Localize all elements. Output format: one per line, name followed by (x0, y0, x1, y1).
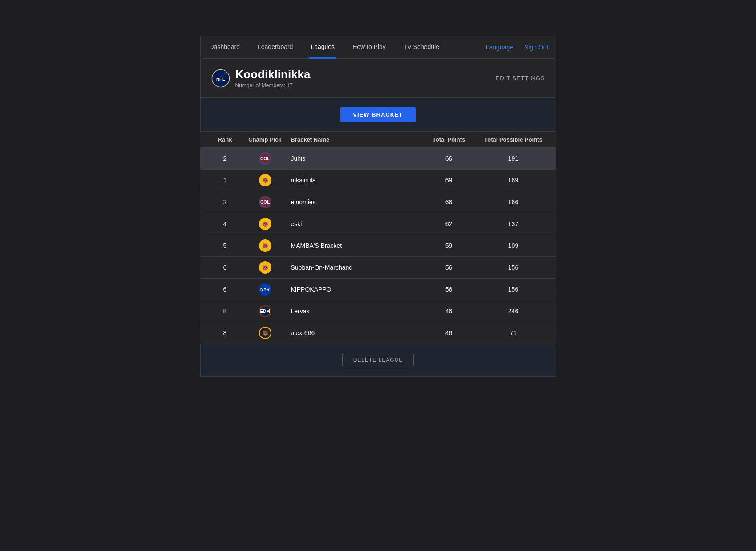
cell-total-possible: 137 (478, 220, 549, 227)
cell-champ-pick: 🐻 (243, 327, 287, 339)
col-champ-pick: Champ Pick (243, 136, 287, 143)
nhl-logo-icon: NHL (211, 69, 230, 88)
league-name-block: Koodiklinikka Number of Members: 17 (235, 68, 311, 89)
svg-text:NHL: NHL (216, 76, 225, 81)
cell-total-points: 56 (420, 264, 478, 271)
table-row[interactable]: 8 EDM Lervas 46 246 (200, 300, 556, 322)
league-header: NHL Koodiklinikka Number of Members: 17 … (200, 59, 556, 98)
cell-bracket-name: alex-666 (287, 329, 420, 336)
navigation: Dashboard Leaderboard Leagues How to Pla… (200, 36, 556, 59)
nav-leaderboard[interactable]: Leaderboard (256, 36, 295, 59)
cell-rank: 4 (207, 220, 243, 227)
cell-rank: 2 (207, 199, 243, 206)
nav-how-to-play[interactable]: How to Play (351, 36, 388, 59)
cell-bracket-name: KIPPOKAPPO (287, 286, 420, 293)
cell-bracket-name: Subban-On-Marchand (287, 264, 420, 271)
cell-rank: 8 (207, 308, 243, 315)
cell-total-possible: 246 (478, 308, 549, 315)
cell-total-points: 66 (420, 155, 478, 162)
edit-settings-button[interactable]: EDIT SETTINGS (496, 75, 545, 81)
cell-total-possible: 166 (478, 199, 549, 206)
cell-bracket-name: mkainula (287, 177, 420, 184)
cell-champ-pick: EDM (243, 305, 287, 317)
team-logo-icon: 🐻 (259, 239, 271, 252)
cell-rank: 6 (207, 286, 243, 293)
league-name: Koodiklinikka (235, 68, 311, 81)
col-rank: Rank (207, 136, 243, 143)
cell-total-possible: 156 (478, 264, 549, 271)
table-row[interactable]: 8 🐻 alex-666 46 71 (200, 322, 556, 344)
delete-section: DELETE LEAGUE (200, 344, 556, 377)
cell-rank: 8 (207, 329, 243, 336)
cell-total-possible: 191 (478, 155, 549, 162)
cell-total-points: 46 (420, 329, 478, 336)
delete-league-button[interactable]: DELETE LEAGUE (342, 353, 414, 367)
team-logo-icon: NYR (259, 283, 271, 296)
cell-total-points: 46 (420, 308, 478, 315)
cell-bracket-name: Juhis (287, 155, 420, 162)
cell-total-points: 59 (420, 242, 478, 249)
nav-leagues[interactable]: Leagues (309, 36, 336, 59)
nav-right: Language Sign Out (486, 44, 549, 51)
nav-dashboard[interactable]: Dashboard (208, 36, 242, 59)
cell-bracket-name: MAMBA'S Bracket (287, 242, 420, 249)
table-body: 2 COL Juhis 66 191 1 🐻 mkainula 69 169 2… (200, 148, 556, 344)
cell-champ-pick: 🐻 (243, 239, 287, 252)
table-row[interactable]: 6 NYR KIPPOKAPPO 56 156 (200, 279, 556, 300)
cell-bracket-name: Lervas (287, 308, 420, 315)
cell-champ-pick: COL (243, 196, 287, 208)
team-logo-icon: 🐻 (259, 261, 271, 274)
cell-bracket-name: eski (287, 220, 420, 227)
table-row[interactable]: 5 🐻 MAMBA'S Bracket 59 109 (200, 235, 556, 257)
cell-total-possible: 169 (478, 177, 549, 184)
nav-tv-schedule[interactable]: TV Schedule (402, 36, 441, 59)
cell-champ-pick: 🐻 (243, 218, 287, 230)
col-total-possible: Total Possible Points (478, 136, 549, 143)
cell-total-possible: 71 (478, 329, 549, 336)
cell-rank: 1 (207, 177, 243, 184)
cell-rank: 5 (207, 242, 243, 249)
league-title-area: NHL Koodiklinikka Number of Members: 17 (211, 68, 311, 89)
cell-champ-pick: COL (243, 152, 287, 165)
nav-language[interactable]: Language (486, 44, 513, 51)
team-logo-icon: 🐻 (259, 174, 271, 186)
table-row[interactable]: 2 COL einomies 66 166 (200, 191, 556, 213)
cell-total-points: 69 (420, 177, 478, 184)
team-logo-icon: 🐻 (259, 327, 271, 339)
cell-total-points: 62 (420, 220, 478, 227)
col-total-points: Total Points (420, 136, 478, 143)
cell-total-points: 66 (420, 199, 478, 206)
col-bracket-name: Bracket Name (287, 136, 420, 143)
cell-champ-pick: 🐻 (243, 261, 287, 274)
cell-total-possible: 109 (478, 242, 549, 249)
table-row[interactable]: 6 🐻 Subban-On-Marchand 56 156 (200, 257, 556, 279)
league-members: Number of Members: 17 (235, 82, 311, 89)
table-row[interactable]: 4 🐻 eski 62 137 (200, 213, 556, 235)
nav-left: Dashboard Leaderboard Leagues How to Pla… (208, 36, 441, 59)
team-logo-icon: COL (259, 152, 271, 165)
team-logo-icon: 🐻 (259, 218, 271, 230)
team-logo-icon: COL (259, 196, 271, 208)
cell-bracket-name: einomies (287, 199, 420, 206)
table-header: Rank Champ Pick Bracket Name Total Point… (200, 132, 556, 148)
team-logo-icon: EDM (259, 305, 271, 317)
cell-champ-pick: 🐻 (243, 174, 287, 186)
table-row[interactable]: 2 COL Juhis 66 191 (200, 148, 556, 170)
cell-champ-pick: NYR (243, 283, 287, 296)
cell-total-possible: 156 (478, 286, 549, 293)
table-row[interactable]: 1 🐻 mkainula 69 169 (200, 170, 556, 191)
cell-rank: 6 (207, 264, 243, 271)
cell-total-points: 56 (420, 286, 478, 293)
standings-table: Rank Champ Pick Bracket Name Total Point… (200, 132, 556, 344)
bracket-section: VIEW BRACKET (200, 98, 556, 132)
cell-rank: 2 (207, 155, 243, 162)
nav-sign-out[interactable]: Sign Out (524, 44, 548, 51)
view-bracket-button[interactable]: VIEW BRACKET (340, 107, 415, 122)
